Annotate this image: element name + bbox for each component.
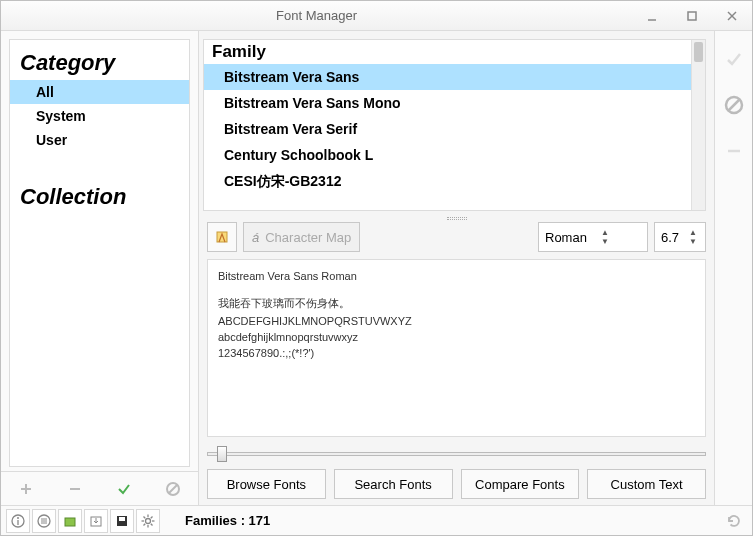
- maximize-button[interactable]: [672, 2, 712, 30]
- sidebar-item-system[interactable]: System: [10, 104, 189, 128]
- remove-collection-button[interactable]: [50, 472, 99, 505]
- style-spinner[interactable]: Roman ▲▼: [538, 222, 648, 252]
- preview-mode-button[interactable]: [207, 222, 237, 252]
- search-fonts-button[interactable]: Search Fonts: [334, 469, 453, 499]
- window-title: Font Manager: [1, 8, 632, 23]
- close-button[interactable]: [712, 2, 752, 30]
- svg-line-11: [728, 99, 740, 111]
- svg-line-33: [144, 523, 146, 525]
- app-window: Font Manager Category All System User Co…: [0, 0, 753, 536]
- titlebar: Font Manager: [1, 1, 752, 31]
- custom-text-button[interactable]: Custom Text: [587, 469, 706, 499]
- svg-point-25: [146, 518, 151, 523]
- browse-fonts-button[interactable]: Browse Fonts: [207, 469, 326, 499]
- sidebar-item-all[interactable]: All: [10, 80, 189, 104]
- package-icon[interactable]: [58, 509, 82, 533]
- family-heading: Family: [204, 40, 691, 64]
- family-item[interactable]: Bitstream Vera Serif: [204, 116, 691, 142]
- family-item[interactable]: Century Schoolbook L: [204, 142, 691, 168]
- save-icon[interactable]: [110, 509, 134, 533]
- statusbar: Families : 171: [1, 505, 752, 535]
- svg-point-14: [17, 517, 19, 519]
- disable-button[interactable]: [149, 472, 198, 505]
- families-count: Families : 171: [185, 513, 270, 528]
- sidebar: Category All System User Collection: [1, 31, 199, 505]
- style-down-icon[interactable]: ▼: [601, 237, 609, 246]
- preview-font-name: Bitstream Vera Sans Roman: [218, 270, 695, 282]
- remove-icon[interactable]: [720, 131, 748, 171]
- family-item[interactable]: Bitstream Vera Sans Mono: [204, 90, 691, 116]
- size-slider[interactable]: [207, 443, 706, 463]
- svg-rect-1: [688, 12, 696, 20]
- svg-line-8: [169, 485, 177, 493]
- enable-button[interactable]: [100, 472, 149, 505]
- size-up-icon[interactable]: ▲: [689, 228, 697, 237]
- collection-heading: Collection: [10, 180, 189, 214]
- approve-icon[interactable]: [720, 39, 748, 79]
- main-area: Family Bitstream Vera Sans Bitstream Ver…: [199, 31, 714, 505]
- svg-rect-20: [65, 518, 75, 526]
- refresh-icon[interactable]: [726, 513, 742, 529]
- sidebar-actions: [1, 471, 198, 505]
- size-down-icon[interactable]: ▼: [689, 237, 697, 246]
- sidebar-item-user[interactable]: User: [10, 128, 189, 152]
- category-heading: Category: [10, 46, 189, 80]
- preview-line: 1234567890.:,;(*!?'): [218, 347, 695, 359]
- preview-pane: Bitstream Vera Sans Roman 我能吞下玻璃而不伤身体。 A…: [207, 259, 706, 437]
- block-icon[interactable]: [720, 85, 748, 125]
- add-collection-button[interactable]: [1, 472, 50, 505]
- settings-icon[interactable]: [136, 509, 160, 533]
- svg-line-30: [144, 516, 146, 518]
- family-scrollbar[interactable]: [691, 40, 705, 210]
- charmap-button[interactable]: á Character Map: [243, 222, 360, 252]
- svg-line-31: [151, 523, 153, 525]
- svg-line-32: [151, 516, 153, 518]
- compare-fonts-button[interactable]: Compare Fonts: [461, 469, 580, 499]
- preview-toolbar: á Character Map Roman ▲▼ 6.7 ▲▼: [207, 221, 706, 253]
- family-item[interactable]: Bitstream Vera Sans: [204, 64, 691, 90]
- family-panel: Family Bitstream Vera Sans Bitstream Ver…: [203, 39, 706, 211]
- svg-rect-24: [119, 517, 125, 521]
- preview-line: ABCDEFGHIJKLMNOPQRSTUVWXYZ: [218, 315, 695, 327]
- minimize-button[interactable]: [632, 2, 672, 30]
- family-item[interactable]: CESI仿宋-GB2312: [204, 168, 691, 196]
- style-up-icon[interactable]: ▲: [601, 228, 609, 237]
- right-strip: [714, 31, 752, 505]
- preview-line: 我能吞下玻璃而不伤身体。: [218, 296, 695, 311]
- list-icon[interactable]: [32, 509, 56, 533]
- preview-line: abcdefghijklmnopqrstuvwxyz: [218, 331, 695, 343]
- info-icon[interactable]: [6, 509, 30, 533]
- size-spinner[interactable]: 6.7 ▲▼: [654, 222, 706, 252]
- import-icon[interactable]: [84, 509, 108, 533]
